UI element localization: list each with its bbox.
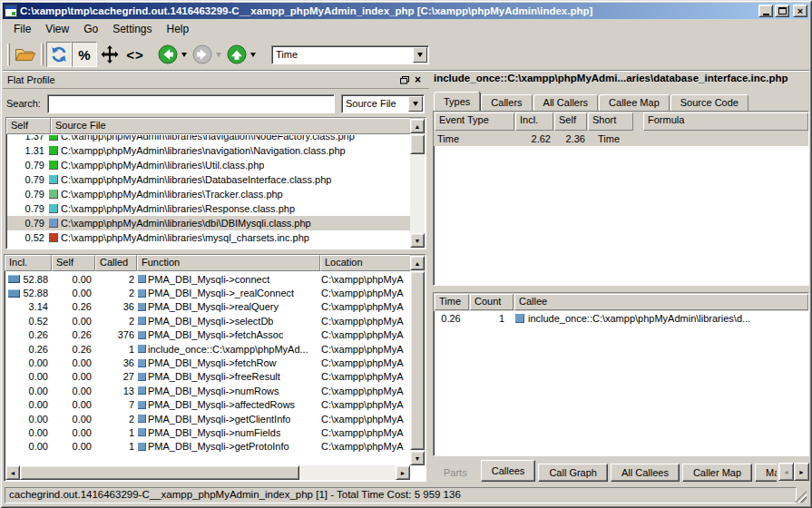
combo-drop-button[interactable] — [408, 96, 423, 112]
tab-machine-code[interactable]: Machine Code — [755, 464, 777, 482]
tabs-scroll-left-button[interactable]: ◄ — [778, 463, 794, 481]
function-cell: PMA_DBI_Mysqli->getClientInfo — [138, 414, 321, 425]
horizontal-scrollbar[interactable]: ◄ ► — [5, 465, 410, 480]
table-row[interactable]: 0.000.001PMA_DBI_Mysqli->getProtoInfoC:\… — [5, 440, 410, 454]
open-file-button[interactable] — [13, 42, 38, 67]
table-row[interactable]: 0.260.261include_once::C:\xampp\phpMyAd.… — [5, 342, 410, 356]
scroll-right-button[interactable]: ► — [396, 465, 410, 480]
table-row[interactable]: 3.140.2636PMA_DBI_Mysqli->realQueryC:\xa… — [5, 300, 410, 314]
column-header-self[interactable]: Self — [554, 112, 587, 131]
maximize-button[interactable] — [775, 5, 789, 17]
menu-go[interactable]: Go — [76, 20, 105, 38]
column-header-called[interactable]: Called — [95, 255, 137, 271]
table-row[interactable]: 0.000.002PMA_DBI_Mysqli->getClientInfoC:… — [5, 412, 410, 425]
table-row[interactable]: 0.000.0036PMA_DBI_Mysqli->fetchRowC:\xam… — [5, 356, 410, 369]
relative-cost-button[interactable]: % — [72, 42, 97, 67]
detail-tab-bar: TypesCallersAll CallersCallee MapSource … — [434, 92, 809, 111]
file-row[interactable]: 0.79C:\xampp\phpMyAdmin\libraries\Databa… — [7, 172, 410, 187]
close-button[interactable]: × — [793, 5, 807, 17]
table-row[interactable]: 0.000.0013PMA_DBI_Mysqli->numRowsC:\xamp… — [5, 384, 410, 397]
table-row[interactable]: 0.260.26376PMA_DBI_Mysqli->fetchAssocC:\… — [5, 328, 410, 342]
tab-source-code[interactable]: Source Code — [670, 94, 748, 111]
tabs-scroll-right-button[interactable]: ► — [794, 463, 809, 481]
dock-caption[interactable]: Flat Profile × — [3, 72, 429, 89]
menu-settings[interactable]: Settings — [105, 20, 159, 38]
cost-color-icon — [49, 175, 58, 184]
callee-value: include_once::C:\xampp\phpMyAdmin\librar… — [512, 313, 808, 324]
menu-help[interactable]: Help — [160, 20, 197, 38]
file-row[interactable]: 0.79C:\xampp\phpMyAdmin\libraries\Respon… — [7, 201, 410, 216]
up-button[interactable] — [224, 43, 259, 66]
short-value: Time — [585, 133, 639, 144]
minimize-button[interactable] — [758, 5, 773, 17]
table-row[interactable]: 0.000.0027PMA_DBI_Mysqli->freeResultC:\x… — [5, 370, 410, 384]
reload-button[interactable] — [46, 42, 72, 67]
file-row[interactable]: 0.79C:\xampp\phpMyAdmin\libraries\Tracke… — [7, 187, 410, 201]
scrollbar-thumb[interactable] — [20, 465, 299, 480]
file-row[interactable]: 0.79C:\xampp\phpMyAdmin\libraries\Util.c… — [7, 158, 410, 172]
table-row[interactable]: 0.000.007PMA_DBI_Mysqli->affectedRowsC:\… — [5, 398, 410, 412]
scroll-up-button[interactable]: ▲ — [410, 256, 425, 270]
column-header-formula[interactable]: Formula — [643, 112, 808, 131]
callee-row[interactable]: 0.26 1 include_once::C:\xampp\phpMyAdmin… — [434, 311, 808, 326]
menu-view[interactable]: View — [38, 20, 76, 38]
called-value: 2 — [96, 414, 138, 425]
scroll-down-button[interactable]: ▼ — [410, 451, 425, 465]
scroll-up-button[interactable]: ▲ — [410, 119, 425, 133]
tab-all-callees[interactable]: All Callees — [611, 464, 680, 482]
vertical-scrollbar[interactable]: ▲ ▼ — [410, 119, 425, 248]
column-header-count[interactable]: Count — [470, 294, 514, 310]
tab-types[interactable]: Types — [434, 92, 480, 111]
column-header-time[interactable]: Time — [435, 294, 469, 310]
tab-callers[interactable]: Callers — [481, 94, 532, 111]
tab-caller-map[interactable]: Caller Map — [682, 464, 752, 482]
column-header-self[interactable]: Self — [52, 255, 95, 271]
grouping-combo[interactable]: Source File — [341, 94, 425, 113]
event-type-combo-value: Time — [272, 49, 413, 60]
scroll-down-button[interactable]: ▼ — [410, 233, 425, 248]
file-row[interactable]: 0.52C:\xampp\phpMyAdmin\libraries\user_p… — [7, 245, 410, 248]
scrollbar-thumb[interactable] — [410, 134, 425, 154]
column-header-function[interactable]: Function — [137, 255, 320, 271]
search-input[interactable] — [47, 94, 335, 113]
toolbar-handle[interactable] — [7, 44, 10, 65]
tab-call-graph[interactable]: Call Graph — [538, 464, 608, 482]
file-row[interactable]: 1.31C:\xampp\phpMyAdmin\libraries\naviga… — [7, 143, 410, 158]
column-header-callee[interactable]: Callee — [514, 294, 808, 310]
column-header-source-file[interactable]: Source File — [51, 118, 411, 134]
column-header-location[interactable]: Location — [320, 255, 411, 271]
forward-button[interactable] — [190, 43, 224, 66]
tab-all-callers[interactable]: All Callers — [533, 94, 599, 111]
scroll-left-button[interactable]: ◄ — [5, 465, 20, 480]
file-row[interactable]: 1.37C:\xampp\phpMyAdmin\libraries\naviga… — [7, 135, 410, 143]
vertical-scrollbar[interactable]: ▲ ▼ — [410, 256, 425, 465]
table-row[interactable]: 0.520.002PMA_DBI_Mysqli->selectDbC:\xamp… — [5, 314, 410, 327]
combo-drop-button[interactable] — [413, 47, 427, 63]
file-row[interactable]: 0.79C:\xampp\phpMyAdmin\libraries\dbi\DB… — [7, 216, 410, 230]
column-header-short[interactable]: Short — [588, 112, 633, 131]
menu-file[interactable]: File — [6, 20, 38, 38]
scrollbar-thumb[interactable] — [410, 271, 425, 450]
function-name: PMA_DBI_Mysqli->selectDb — [148, 316, 273, 327]
table-row[interactable]: 52.880.002PMA_DBI_Mysqli->_realConnectC:… — [5, 286, 410, 299]
file-row[interactable]: 0.52C:\xampp\phpMyAdmin\libraries\mysql_… — [7, 230, 410, 245]
move-button[interactable] — [97, 42, 122, 67]
title-bar[interactable]: C:\xampp\tmp\cachegrind.out.1416463299-C… — [3, 3, 809, 19]
incl-value: 0.00 — [29, 427, 48, 438]
dock-float-button[interactable] — [397, 73, 411, 86]
tab-callees[interactable]: Callees — [481, 460, 536, 482]
cycle-detection-button[interactable]: <> — [122, 42, 148, 67]
column-header-self[interactable]: Self — [6, 118, 51, 134]
back-button[interactable] — [155, 43, 190, 66]
tab-callee-map[interactable]: Callee Map — [599, 94, 670, 111]
column-header-incl[interactable]: Incl. — [5, 255, 52, 271]
angle-brackets-icon: <> — [126, 47, 144, 63]
event-type-row[interactable]: Time 2.62 2.36 Time — [434, 132, 808, 146]
dock-close-button[interactable]: × — [411, 73, 425, 86]
column-header-event-type[interactable]: Event Type — [435, 112, 514, 131]
event-type-combo[interactable]: Time — [271, 45, 429, 64]
column-header-incl[interactable]: Incl. — [515, 112, 553, 131]
table-row[interactable]: 0.000.001PMA_DBI_Mysqli->numFieldsC:\xam… — [5, 425, 410, 439]
table-row[interactable]: 52.880.002PMA_DBI_Mysqli->connectC:\xamp… — [5, 272, 410, 286]
toolbar-handle[interactable] — [41, 44, 44, 65]
